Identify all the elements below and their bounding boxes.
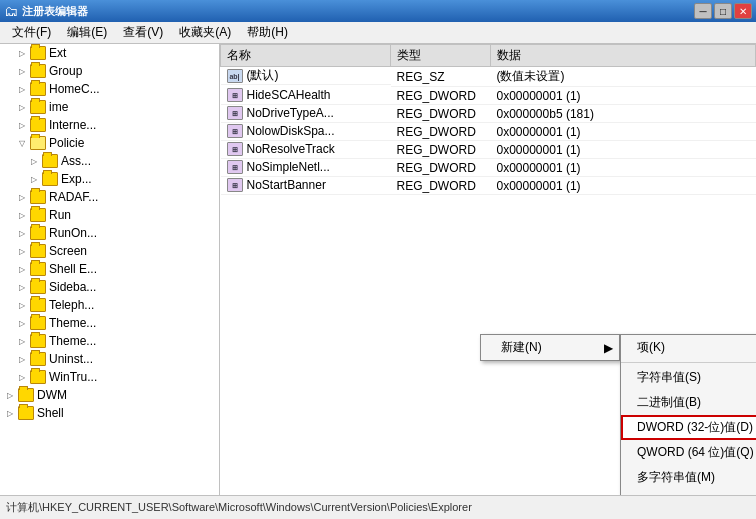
menu-edit[interactable]: 编辑(E) [59,22,115,43]
submenu-multi[interactable]: 多字符串值(M) [621,465,756,490]
tree-label-uninst: Uninst... [49,352,93,366]
expand-icon-shelle: ▷ [16,263,28,275]
tree-item-theme1[interactable]: ▷ Theme... [0,314,219,332]
tree-label-ass: Ass... [61,154,91,168]
tree-panel: ▷ Ext ▷ Group ▷ HomeC... ▷ ime ▷ [0,44,220,495]
tree-item-homec[interactable]: ▷ HomeC... [0,80,219,98]
expand-icon-ext: ▷ [16,47,28,59]
tree-item-dwm[interactable]: ▷ DWM [0,386,219,404]
folder-icon-runon [30,226,46,240]
folder-icon-shelle [30,262,46,276]
submenu-binary[interactable]: 二进制值(B) [621,390,756,415]
folder-icon-group [30,64,46,78]
title-bar: 🗂 注册表编辑器 ─ □ ✕ [0,0,756,22]
folder-icon-radaf [30,190,46,204]
new-arrow: ▶ [604,341,613,355]
folder-icon-exp [42,172,58,186]
folder-icon-dwm [18,388,34,402]
tree-label-runon: RunOn... [49,226,97,240]
submenu-string[interactable]: 字符串值(S) [621,365,756,390]
title-bar-icon: 🗂 [4,3,18,19]
expand-icon-internet: ▷ [16,119,28,131]
tree-item-wintru[interactable]: ▷ WinTru... [0,368,219,386]
menu-favorites[interactable]: 收藏夹(A) [171,22,239,43]
tree-label-radaf: RADAF... [49,190,98,204]
tree-item-shell[interactable]: ▷ Shell [0,404,219,422]
context-menu-new-item[interactable]: 新建(N) ▶ [481,335,619,360]
tree-item-ext[interactable]: ▷ Ext [0,44,219,62]
tree-label-theme2: Theme... [49,334,96,348]
expand-icon-sideba: ▷ [16,281,28,293]
menu-view[interactable]: 查看(V) [115,22,171,43]
submenu-qword[interactable]: QWORD (64 位)值(Q) [621,440,756,465]
tree-scroll[interactable]: ▷ Ext ▷ Group ▷ HomeC... ▷ ime ▷ [0,44,219,495]
submenu-dword[interactable]: DWORD (32-位)值(D) [621,415,756,440]
tree-item-sideba[interactable]: ▷ Sideba... [0,278,219,296]
folder-icon-ext [30,46,46,60]
tree-label-theme1: Theme... [49,316,96,330]
maximize-button[interactable]: □ [714,3,732,19]
expand-icon-dwm: ▷ [4,389,16,401]
folder-icon-sideba [30,280,46,294]
tree-label-teleph: Teleph... [49,298,94,312]
tree-label-internet: Interne... [49,118,96,132]
tree-label-ext: Ext [49,46,66,60]
tree-item-uninst[interactable]: ▷ Uninst... [0,350,219,368]
expand-icon-screen: ▷ [16,245,28,257]
submenu-expand[interactable]: 可扩充字符串值(E...) [621,490,756,495]
expand-icon-run: ▷ [16,209,28,221]
folder-icon-internet [30,118,46,132]
tree-item-teleph[interactable]: ▷ Teleph... [0,296,219,314]
folder-icon-ime [30,100,46,114]
submenu-xiang[interactable]: 项(K) [621,335,756,360]
close-button[interactable]: ✕ [734,3,752,19]
expand-icon-radaf: ▷ [16,191,28,203]
tree-label-screen: Screen [49,244,87,258]
new-label: 新建(N) [501,339,542,356]
folder-icon-shell [18,406,34,420]
tree-item-theme2[interactable]: ▷ Theme... [0,332,219,350]
right-panel: 名称 类型 数据 ab|(默认)REG_SZ(数值未设置)⊞HideSCAHea… [220,44,756,495]
tree-label-exp: Exp... [61,172,92,186]
expand-icon-homec: ▷ [16,83,28,95]
folder-icon-run [30,208,46,222]
tree-label-group: Group [49,64,82,78]
tree-item-runon[interactable]: ▷ RunOn... [0,224,219,242]
tree-item-radaf[interactable]: ▷ RADAF... [0,188,219,206]
tree-item-ass[interactable]: ▷ Ass... [0,152,219,170]
main-container: ▷ Ext ▷ Group ▷ HomeC... ▷ ime ▷ [0,44,756,495]
folder-icon-theme2 [30,334,46,348]
expand-icon-teleph: ▷ [16,299,28,311]
expand-icon-group: ▷ [16,65,28,77]
folder-icon-ass [42,154,58,168]
context-menu-overlay[interactable]: 新建(N) ▶ 项(K) 字符串值(S) 二进制值(B) DWORD (32-位… [220,44,756,495]
expand-icon-shell: ▷ [4,407,16,419]
tree-item-ime[interactable]: ▷ ime [0,98,219,116]
tree-label-wintru: WinTru... [49,370,97,384]
expand-icon-uninst: ▷ [16,353,28,365]
menu-bar: 文件(F) 编辑(E) 查看(V) 收藏夹(A) 帮助(H) [0,22,756,44]
tree-item-exp[interactable]: ▷ Exp... [0,170,219,188]
expand-icon-wintru: ▷ [16,371,28,383]
folder-icon-screen [30,244,46,258]
tree-item-policie[interactable]: ▽ Policie [0,134,219,152]
menu-help[interactable]: 帮助(H) [239,22,296,43]
expand-icon-exp: ▷ [28,173,40,185]
tree-label-sideba: Sideba... [49,280,96,294]
tree-label-ime: ime [49,100,68,114]
tree-label-shell: Shell [37,406,64,420]
title-bar-text: 注册表编辑器 [22,4,690,19]
status-bar: 计算机\HKEY_CURRENT_USER\Software\Microsoft… [0,495,756,519]
expand-icon-theme1: ▷ [16,317,28,329]
expand-icon-policie: ▽ [16,137,28,149]
tree-item-internet[interactable]: ▷ Interne... [0,116,219,134]
tree-item-group[interactable]: ▷ Group [0,62,219,80]
tree-item-screen[interactable]: ▷ Screen [0,242,219,260]
tree-item-run[interactable]: ▷ Run [0,206,219,224]
folder-icon-homec [30,82,46,96]
folder-icon-uninst [30,352,46,366]
expand-icon-ass: ▷ [28,155,40,167]
minimize-button[interactable]: ─ [694,3,712,19]
tree-item-shelle[interactable]: ▷ Shell E... [0,260,219,278]
menu-file[interactable]: 文件(F) [4,22,59,43]
